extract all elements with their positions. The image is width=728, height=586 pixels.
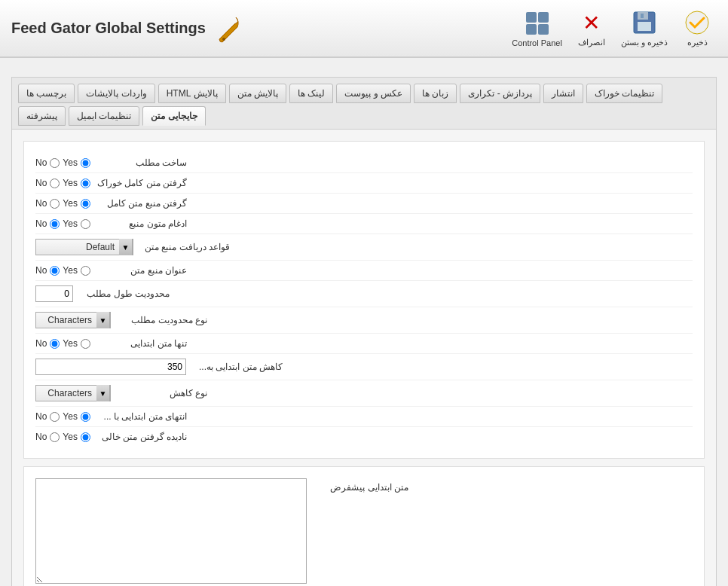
- setting-row-merge-source: ادغام متون منبع No Yes: [35, 214, 693, 234]
- radio-yes-merge-source[interactable]: [81, 219, 90, 229]
- svg-rect-2: [526, 24, 537, 35]
- page-title: Feed Gator Global Settings: [11, 14, 243, 44]
- cancel-button[interactable]: ✕ انصراف: [572, 6, 611, 50]
- radio-no-source-title[interactable]: [50, 266, 60, 276]
- radio-group-end-initial: No Yes: [35, 411, 90, 422]
- no-label-full-source: No: [35, 198, 47, 209]
- yes-label-ignore-empty: Yes: [63, 432, 78, 442]
- toolbar: Control Panel ✕ انصراف ذخیره و بستن: [506, 6, 717, 50]
- reduce-initial-input[interactable]: [35, 359, 186, 375]
- tab-image-post[interactable]: عکس و پیوست: [336, 84, 411, 103]
- radio-yes-ignore-empty[interactable]: [81, 432, 90, 442]
- yes-label-create-post: Yes: [63, 157, 78, 168]
- yes-label-merge-source: Yes: [63, 218, 78, 229]
- reduction-type-dropdown[interactable]: ▼ Characters: [35, 385, 111, 401]
- tab-html-filter[interactable]: پالایش HTML: [158, 84, 226, 103]
- svg-rect-0: [526, 12, 537, 23]
- setting-row-receive-rules: قواعد دریافت منبع متن ▼ Default: [35, 234, 693, 261]
- svg-rect-3: [538, 24, 549, 35]
- yes-label-end-initial: Yes: [63, 411, 78, 422]
- post-length-input[interactable]: [35, 285, 73, 302]
- setting-row-post-length: محدودیت طول مطلب: [35, 281, 693, 307]
- settings-section-main: ساخت مطلب No Yes گرفتن متن کامل خوراک No…: [23, 141, 705, 459]
- save-close-button[interactable]: ذخیره و بستن: [615, 6, 674, 50]
- tab-replace-text[interactable]: جایجایی متن: [142, 106, 205, 126]
- label-source-title: عنوان منبع متن: [96, 265, 187, 276]
- save-button[interactable]: ذخیره: [678, 6, 717, 50]
- cancel-label: انصراف: [578, 38, 605, 47]
- radio-no-end-initial[interactable]: [50, 412, 60, 422]
- control-panel-icon: [524, 10, 551, 37]
- receive-rules-value: Default: [81, 242, 119, 252]
- radio-no-full-source[interactable]: [50, 199, 60, 209]
- radio-group-ignore-empty: No Yes: [35, 432, 90, 442]
- limit-type-arrow[interactable]: ▼: [96, 312, 110, 328]
- radio-yes-initial-only[interactable]: [81, 339, 90, 349]
- tab-imports[interactable]: واردات پالایشات: [78, 84, 154, 103]
- tab-publish[interactable]: انتشار: [543, 84, 583, 103]
- tab-links[interactable]: لینک ها: [289, 84, 333, 103]
- reduction-type-arrow[interactable]: ▼: [96, 385, 110, 401]
- control-panel-button[interactable]: Control Panel: [506, 7, 568, 50]
- svg-point-9: [222, 38, 225, 41]
- limit-type-dropdown[interactable]: ▼ Characters: [35, 312, 111, 328]
- control-panel-label: Control Panel: [512, 38, 562, 47]
- label-reduction-type: نوع کاهش: [117, 388, 207, 398]
- radio-group-merge-source: No Yes: [35, 218, 90, 229]
- no-label-create-post: No: [35, 157, 47, 168]
- yes-label-full-text: Yes: [63, 178, 78, 188]
- setting-row-create-post: ساخت مطلب No Yes: [35, 153, 693, 173]
- header: Control Panel ✕ انصراف ذخیره و بستن: [0, 0, 728, 57]
- setting-row-limit-type: نوع محدودیت مطلب ▼ Characters: [35, 307, 693, 334]
- no-label-end-initial: No: [35, 411, 47, 422]
- radio-group-full-source: No Yes: [35, 198, 90, 209]
- receive-rules-dropdown[interactable]: ▼ Default: [35, 239, 133, 255]
- svg-rect-1: [538, 12, 549, 23]
- tabs-container: تنظیمات خوراک انتشار پردازش - تکراری زبا…: [11, 77, 717, 130]
- tab-email-settings[interactable]: تنظیمات ایمیل: [69, 106, 139, 126]
- receive-rules-arrow[interactable]: ▼: [119, 239, 133, 255]
- radio-no-create-post[interactable]: [50, 158, 60, 168]
- save-close-label: ذخیره و بستن: [621, 38, 668, 47]
- no-label-ignore-empty: No: [35, 432, 47, 442]
- no-label-merge-source: No: [35, 218, 47, 229]
- tab-tags[interactable]: برچسب ها: [18, 84, 75, 103]
- radio-no-ignore-empty[interactable]: [50, 432, 60, 442]
- label-receive-rules: قواعد دریافت منبع متن: [139, 242, 230, 252]
- radio-yes-create-post[interactable]: [81, 158, 90, 168]
- setting-row-reduction-type: نوع کاهش ▼ Characters: [35, 380, 693, 407]
- label-create-post: ساخت مطلب: [96, 157, 187, 168]
- setting-row-ignore-empty: نادیده گرفتن متن خالی No Yes: [35, 427, 693, 447]
- title-text: Feed Gator Global Settings: [11, 20, 206, 37]
- radio-group-initial-only: No Yes: [35, 338, 90, 349]
- wrench-icon: [213, 14, 243, 44]
- save-label: ذخیره: [687, 38, 708, 47]
- tab-feed-settings[interactable]: تنظیمات خوراک: [586, 84, 662, 103]
- radio-yes-full-source[interactable]: [81, 199, 90, 209]
- no-label-full-text: No: [35, 178, 47, 188]
- tabs-row-1: تنظیمات خوراک انتشار پردازش - تکراری زبا…: [18, 84, 710, 103]
- setting-row-reduce-initial: کاهش متن ابتدایی به...: [35, 354, 693, 380]
- radio-group-source-title: No Yes: [35, 265, 90, 276]
- radio-yes-full-text[interactable]: [81, 179, 90, 188]
- no-label-source-title: No: [35, 265, 47, 276]
- main-content: تنظیمات خوراک انتشار پردازش - تکراری زبا…: [0, 66, 728, 586]
- default-text-textarea[interactable]: [35, 478, 307, 584]
- no-label-initial-only: No: [35, 338, 47, 349]
- radio-group-create-post: No Yes: [35, 157, 90, 168]
- radio-yes-source-title[interactable]: [81, 266, 90, 276]
- tab-languages[interactable]: زبان ها: [414, 84, 457, 103]
- header-divider: [0, 57, 728, 58]
- radio-group-full-text: No Yes: [35, 178, 90, 188]
- radio-no-merge-source[interactable]: [50, 219, 60, 229]
- yes-label-source-title: Yes: [63, 265, 78, 276]
- radio-no-full-text[interactable]: [50, 179, 60, 188]
- textarea-section: متن ابتدایی پیشفرض: [23, 466, 705, 586]
- radio-yes-end-initial[interactable]: [81, 412, 90, 422]
- radio-no-initial-only[interactable]: [50, 339, 60, 349]
- tab-advanced[interactable]: پیشرفته: [18, 106, 66, 126]
- setting-row-initial-only: تنها متن ابتدایی No Yes: [35, 334, 693, 354]
- setting-row-full-source: گرفتن منبع متن کامل No Yes: [35, 194, 693, 214]
- tab-text-filter[interactable]: پالایش متن: [229, 84, 286, 103]
- tab-process-repeat[interactable]: پردازش - تکراری: [460, 84, 540, 103]
